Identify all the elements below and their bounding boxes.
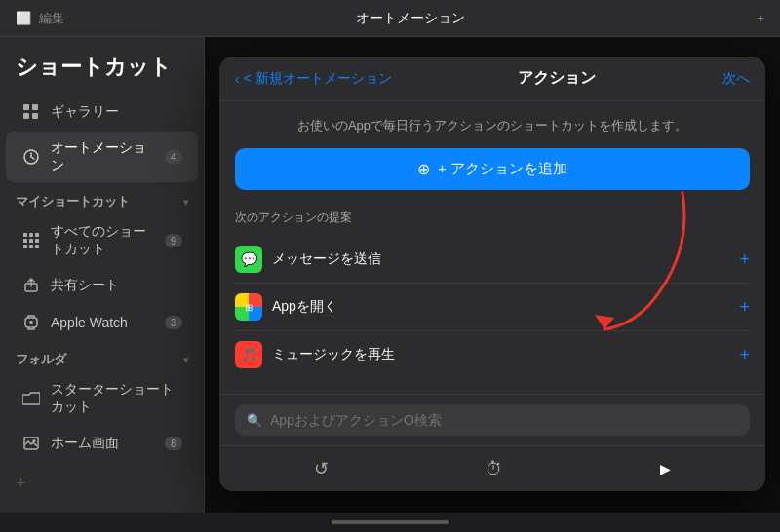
svg-rect-5 bbox=[23, 233, 27, 237]
gallery-label: ギャラリー bbox=[51, 103, 119, 121]
all-shortcuts-label: すべてのショートカット bbox=[51, 223, 155, 258]
home-label: ホーム画面 bbox=[51, 435, 119, 452]
svg-rect-6 bbox=[29, 233, 33, 237]
suggestion-plus-message[interactable]: + bbox=[739, 249, 750, 270]
suggestion-item-message[interactable]: 💬 メッセージを送信 + bbox=[235, 236, 750, 284]
svg-rect-1 bbox=[32, 104, 38, 110]
clock-icon bbox=[21, 147, 41, 167]
add-action-label: + アクションを追加 bbox=[438, 160, 567, 178]
plus-circle-icon: ⊕ bbox=[417, 160, 430, 178]
starter-label: スターターショートカット bbox=[51, 381, 182, 416]
svg-point-18 bbox=[33, 439, 36, 442]
chevron-left-icon: ‹ bbox=[235, 71, 240, 87]
svg-point-16 bbox=[29, 321, 33, 324]
suggestion-left-openapp: ⊞ Appを開く bbox=[235, 293, 337, 321]
modal-description: お使いのAppで毎日行うアクションのショートカットを作成します。 bbox=[235, 117, 750, 134]
suggestion-plus-music[interactable]: + bbox=[739, 345, 750, 365]
share-icon bbox=[21, 276, 41, 295]
search-input[interactable] bbox=[270, 412, 738, 428]
apple-watch-label: Apple Watch bbox=[51, 315, 128, 330]
message-app-icon: 💬 bbox=[235, 246, 262, 273]
svg-rect-11 bbox=[23, 245, 27, 248]
edit-label[interactable]: 編集 bbox=[39, 10, 64, 27]
modal-footer-bar: ↺ ⏱ ▶ bbox=[219, 445, 765, 491]
suggestion-plus-openapp[interactable]: + bbox=[739, 297, 750, 318]
sidebar: ショートカット ギャラリー オートメーション 4 bbox=[0, 37, 205, 513]
watch-icon bbox=[21, 313, 41, 332]
grid-icon bbox=[21, 102, 41, 122]
suggestion-item-music[interactable]: 🎵 ミュージックを再生 + bbox=[235, 331, 750, 378]
top-bar-right: + bbox=[757, 11, 764, 25]
modal-title: アクション bbox=[518, 68, 596, 89]
home-badge: 8 bbox=[165, 437, 182, 450]
modal-body: お使いのAppで毎日行うアクションのショートカットを作成します。 ⊕ + アクシ… bbox=[219, 101, 765, 394]
svg-rect-8 bbox=[23, 239, 27, 243]
suggestions-header: 次のアクションの提案 bbox=[235, 209, 750, 226]
svg-rect-10 bbox=[35, 239, 39, 243]
search-bar: 🔍 bbox=[235, 404, 750, 436]
main-layout: ショートカット ギャラリー オートメーション 4 bbox=[0, 37, 780, 513]
suggestion-label-music: ミュージックを再生 bbox=[272, 346, 395, 363]
svg-rect-9 bbox=[29, 239, 33, 243]
top-bar-left: ⬜ 編集 bbox=[16, 10, 64, 27]
music-app-icon: 🎵 bbox=[235, 341, 262, 368]
sidebar-item-shared[interactable]: 共有シート bbox=[6, 268, 198, 303]
sidebar-item-all-shortcuts[interactable]: すべてのショートカット 9 bbox=[6, 215, 198, 266]
timer-button[interactable]: ⏱ bbox=[470, 455, 519, 483]
svg-rect-7 bbox=[35, 233, 39, 237]
sidebar-item-starter[interactable]: スターターショートカット bbox=[6, 373, 198, 424]
chevron-down-icon2: ▾ bbox=[183, 355, 188, 365]
svg-rect-2 bbox=[23, 113, 29, 119]
next-button[interactable]: 次へ bbox=[722, 70, 750, 88]
shared-label: 共有シート bbox=[51, 277, 119, 294]
folder-icon bbox=[21, 389, 41, 408]
all-shortcuts-badge: 9 bbox=[165, 234, 182, 247]
apple-watch-badge: 3 bbox=[165, 316, 182, 329]
modal-overlay: ‹ < 新規オートメーション アクション 次へ お使いのAppで毎日行うアクショ… bbox=[205, 37, 780, 513]
chevron-down-icon: ▾ bbox=[183, 197, 188, 208]
home-bar bbox=[332, 520, 448, 524]
svg-rect-3 bbox=[32, 113, 38, 119]
my-shortcuts-header: マイショートカット ▾ bbox=[0, 183, 204, 214]
top-bar-title: オートメーション bbox=[356, 10, 465, 27]
openapp-icon: ⊞ bbox=[235, 293, 262, 321]
window-icon: ⬜ bbox=[16, 11, 31, 25]
timer-icon: ⏱ bbox=[486, 459, 503, 479]
top-bar: ⬜ 編集 オートメーション + bbox=[0, 0, 780, 37]
automation-label: オートメーション bbox=[51, 139, 155, 174]
svg-rect-13 bbox=[35, 245, 39, 248]
grid2-icon bbox=[21, 231, 41, 250]
add-icon[interactable]: + bbox=[757, 11, 764, 25]
suggestion-left-music: 🎵 ミュージックを再生 bbox=[235, 341, 395, 368]
suggestion-left-message: 💬 メッセージを送信 bbox=[235, 246, 381, 273]
modal-nav: ‹ < 新規オートメーション アクション 次へ bbox=[219, 57, 765, 101]
play-button[interactable]: ▶ bbox=[644, 457, 686, 480]
suggestion-label-message: メッセージを送信 bbox=[272, 250, 381, 268]
play-icon: ▶ bbox=[660, 461, 671, 476]
sidebar-item-home[interactable]: ホーム画面 8 bbox=[6, 426, 198, 461]
image-icon bbox=[21, 434, 41, 453]
add-folder-icon[interactable]: + bbox=[16, 474, 188, 494]
home-indicator bbox=[0, 513, 780, 532]
sidebar-item-automation[interactable]: オートメーション 4 bbox=[6, 132, 198, 182]
sidebar-item-gallery[interactable]: ギャラリー bbox=[6, 95, 198, 130]
app-title: ショートカット bbox=[0, 49, 204, 94]
svg-rect-0 bbox=[23, 104, 29, 110]
search-icon: 🔍 bbox=[247, 413, 262, 428]
back-button[interactable]: ‹ < 新規オートメーション bbox=[235, 70, 392, 88]
search-area: 🔍 bbox=[219, 394, 765, 445]
suggestion-item-openapp[interactable]: ⊞ Appを開く + bbox=[235, 284, 750, 331]
back-label: < 新規オートメーション bbox=[244, 70, 392, 88]
action-modal: ‹ < 新規オートメーション アクション 次へ お使いのAppで毎日行うアクショ… bbox=[219, 57, 765, 491]
suggestion-label-openapp: Appを開く bbox=[272, 298, 337, 316]
sidebar-item-apple-watch[interactable]: Apple Watch 3 bbox=[6, 305, 198, 340]
automation-badge: 4 bbox=[165, 150, 182, 164]
folders-header: フォルダ ▾ bbox=[0, 341, 204, 372]
undo-icon: ↺ bbox=[314, 458, 329, 479]
add-action-button[interactable]: ⊕ + アクションを追加 bbox=[235, 148, 750, 190]
svg-rect-12 bbox=[29, 245, 33, 248]
undo-button[interactable]: ↺ bbox=[298, 454, 344, 483]
main-content: ... › ... › ... › ... › ‹ bbox=[205, 37, 780, 513]
